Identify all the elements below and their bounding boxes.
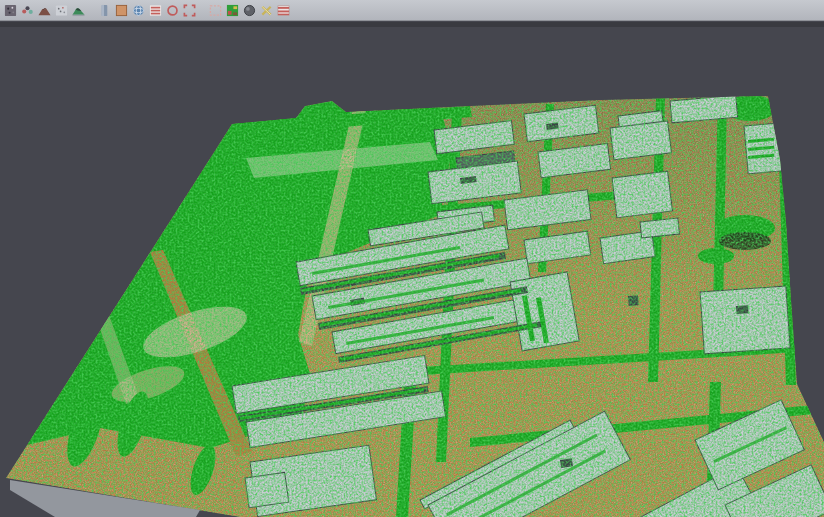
dark-points-icon <box>4 4 17 17</box>
globe-icon <box>132 4 145 17</box>
sparse-points-button[interactable] <box>53 2 69 19</box>
dashed-rect-icon <box>209 4 222 17</box>
toolbar-group <box>96 2 198 19</box>
viewport-3d[interactable] <box>0 22 824 517</box>
cross-measure-button[interactable] <box>258 2 274 19</box>
toolbar <box>0 0 824 21</box>
dashed-rect-button[interactable] <box>207 2 223 19</box>
toolbar-group <box>2 2 87 19</box>
dark-points-button[interactable] <box>2 2 18 19</box>
shadow-speckle <box>0 90 824 517</box>
toolbar-buttons <box>2 2 301 19</box>
classified-points-button[interactable] <box>19 2 35 19</box>
terrain-green-icon <box>72 4 85 17</box>
sphere-button[interactable] <box>241 2 257 19</box>
striped-tile-button[interactable] <box>275 2 291 19</box>
classified-map-button[interactable] <box>224 2 240 19</box>
globe-button[interactable] <box>130 2 146 19</box>
sparse-points-icon <box>55 4 68 17</box>
toolbar-group <box>207 2 292 19</box>
circle-select-icon <box>166 4 179 17</box>
striped-tile-icon <box>277 4 290 17</box>
red-list-icon <box>149 4 162 17</box>
circle-select-button[interactable] <box>164 2 180 19</box>
cross-measure-icon <box>260 4 273 17</box>
sphere-icon <box>243 4 256 17</box>
classified-points-icon <box>21 4 34 17</box>
column-icon <box>98 4 111 17</box>
terrain-surface <box>0 90 824 517</box>
ortho-tile-icon <box>115 4 128 17</box>
corner-select-button[interactable] <box>181 2 197 19</box>
ortho-tile-button[interactable] <box>113 2 129 19</box>
viewport-top-strip <box>0 22 824 27</box>
terrain-green-button[interactable] <box>70 2 86 19</box>
corner-select-icon <box>183 4 196 17</box>
classified-map-icon <box>226 4 239 17</box>
red-list-button[interactable] <box>147 2 163 19</box>
column-button[interactable] <box>96 2 112 19</box>
point-cloud-scene[interactable] <box>0 22 824 517</box>
terrain-brown-button[interactable] <box>36 2 52 19</box>
application-window <box>0 0 824 517</box>
terrain-brown-icon <box>38 4 51 17</box>
